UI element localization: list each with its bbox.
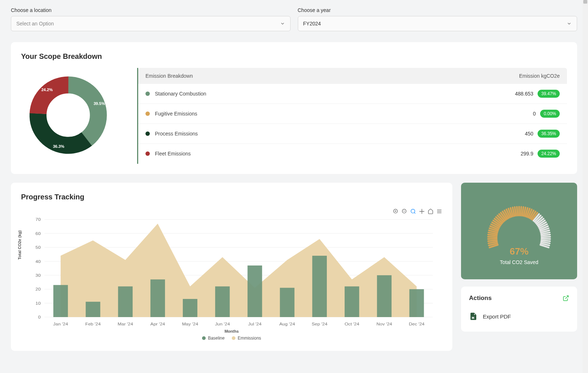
- svg-line-79: [517, 207, 518, 215]
- emission-value: 488.653: [515, 91, 534, 97]
- svg-rect-39: [377, 275, 391, 317]
- location-select[interactable]: Select an Option: [11, 16, 291, 31]
- emission-value: 0: [533, 111, 536, 117]
- svg-rect-31: [118, 287, 132, 317]
- emission-pct-badge: 24.22%: [538, 150, 560, 158]
- svg-rect-33: [183, 299, 197, 317]
- svg-line-59: [488, 235, 497, 236]
- svg-rect-37: [312, 256, 327, 317]
- color-dot-icon: [145, 131, 150, 136]
- progress-chart-svg: 010203040506070Jan '24Feb '24Mar '24Apr …: [21, 216, 442, 328]
- svg-rect-35: [247, 265, 262, 317]
- svg-line-103: [542, 239, 550, 239]
- export-pdf-label: Export PDF: [483, 313, 511, 320]
- svg-line-82: [522, 207, 523, 216]
- legend-baseline: Baseline: [202, 336, 225, 341]
- svg-point-8: [411, 209, 415, 213]
- home-icon[interactable]: [428, 208, 433, 214]
- emission-pct-badge: 39.47%: [538, 90, 560, 98]
- gauge-chart: [479, 193, 559, 251]
- svg-text:Jan '24: Jan '24: [53, 322, 69, 326]
- svg-line-104: [541, 240, 550, 241]
- emission-value: 299.9: [521, 151, 533, 157]
- emission-pct-badge: 0.00%: [540, 110, 560, 118]
- table-head-right: Emission kgCO2e: [519, 73, 560, 79]
- menu-icon[interactable]: [436, 208, 442, 214]
- table-head-left: Emission Breakdown: [145, 73, 193, 79]
- svg-line-56: [488, 240, 497, 241]
- file-pdf-icon: [469, 312, 478, 321]
- scope-breakdown-title: Your Scope Breakdown: [21, 52, 567, 61]
- svg-line-101: [541, 235, 550, 236]
- svg-text:May '24: May '24: [182, 322, 198, 326]
- svg-text:40: 40: [36, 259, 41, 263]
- svg-rect-30: [86, 302, 100, 317]
- svg-text:30: 30: [36, 273, 41, 277]
- pan-icon[interactable]: [419, 208, 425, 214]
- svg-text:Aug '24: Aug '24: [279, 322, 295, 326]
- donut-chart: 39.5% 36.3% 24.2%: [21, 68, 123, 164]
- svg-line-108: [566, 296, 568, 299]
- svg-line-102: [542, 237, 550, 237]
- svg-line-58: [488, 237, 497, 237]
- svg-text:50: 50: [36, 246, 41, 250]
- svg-text:60: 60: [36, 231, 41, 235]
- donut-label-c: 24.2%: [41, 88, 53, 92]
- color-dot-icon: [145, 112, 150, 116]
- table-row: Stationary Combustion488.65339.47%: [138, 84, 567, 104]
- svg-line-57: [488, 239, 497, 239]
- svg-text:Jul '24: Jul '24: [248, 322, 262, 326]
- svg-line-78: [515, 207, 516, 216]
- year-select[interactable]: FY2024: [298, 16, 577, 31]
- table-row: Process Emissions45036.35%: [138, 124, 567, 144]
- table-row: Fugitive Emissions00.00%: [138, 104, 567, 124]
- progress-tracking-title: Progress Tracking: [21, 193, 442, 201]
- color-dot-icon: [145, 151, 150, 156]
- svg-rect-36: [280, 288, 295, 317]
- zoom-out-icon[interactable]: [402, 208, 407, 214]
- svg-line-9: [414, 212, 415, 214]
- svg-rect-32: [151, 279, 165, 317]
- svg-text:Sep '24: Sep '24: [312, 322, 328, 326]
- svg-text:Nov '24: Nov '24: [377, 322, 392, 326]
- legend-emissions: Emmissions: [232, 336, 261, 341]
- emission-name: Fugitive Emissions: [155, 111, 533, 117]
- svg-text:Dec '24: Dec '24: [409, 322, 425, 326]
- svg-text:Apr '24: Apr '24: [151, 322, 165, 326]
- emission-name: Fleet Emissions: [155, 151, 521, 157]
- emission-breakdown-table: Emission Breakdown Emission kgCO2e Stati…: [137, 68, 567, 164]
- emission-name: Process Emissions: [155, 131, 525, 137]
- gauge-label: Total CO2 Saved: [468, 259, 570, 265]
- svg-text:10: 10: [36, 301, 41, 305]
- svg-text:Oct '24: Oct '24: [345, 322, 359, 326]
- chevron-down-icon: [280, 21, 285, 26]
- emission-value: 450: [525, 131, 533, 137]
- co2-saved-gauge-card: 67% Total CO2 Saved: [461, 183, 577, 279]
- emission-pct-badge: 36.35%: [538, 130, 560, 138]
- external-link-icon[interactable]: [563, 295, 569, 301]
- year-select-value: FY2024: [303, 21, 321, 27]
- svg-rect-34: [215, 287, 230, 317]
- export-pdf-action[interactable]: Export PDF: [469, 309, 569, 324]
- svg-text:20: 20: [36, 287, 41, 291]
- svg-text:Mar '24: Mar '24: [118, 322, 133, 326]
- progress-tracking-card: Progress Tracking Total CO2e (kg) 010203…: [11, 183, 452, 351]
- actions-title: Actions: [469, 295, 492, 302]
- year-filter-label: Choose a year: [298, 7, 577, 13]
- location-select-value: Select an Option: [16, 21, 54, 27]
- scope-breakdown-card: Your Scope Breakdown 39.5% 36.3% 24.2% E…: [11, 42, 577, 174]
- svg-rect-40: [410, 289, 424, 317]
- x-axis-label: Months: [21, 329, 442, 333]
- y-axis-label: Total CO2e (kg): [17, 230, 22, 259]
- svg-text:Jun '24: Jun '24: [215, 322, 230, 326]
- svg-rect-29: [53, 285, 68, 317]
- donut-label-a: 39.5%: [94, 101, 105, 106]
- zoom-selection-icon[interactable]: [410, 208, 416, 214]
- svg-line-81: [521, 207, 521, 215]
- chevron-down-icon: [567, 21, 572, 26]
- color-dot-icon: [145, 92, 150, 96]
- emission-name: Stationary Combustion: [155, 91, 515, 97]
- svg-text:0: 0: [38, 315, 41, 319]
- scrollbar[interactable]: [583, 0, 588, 367]
- zoom-in-icon[interactable]: [393, 208, 399, 214]
